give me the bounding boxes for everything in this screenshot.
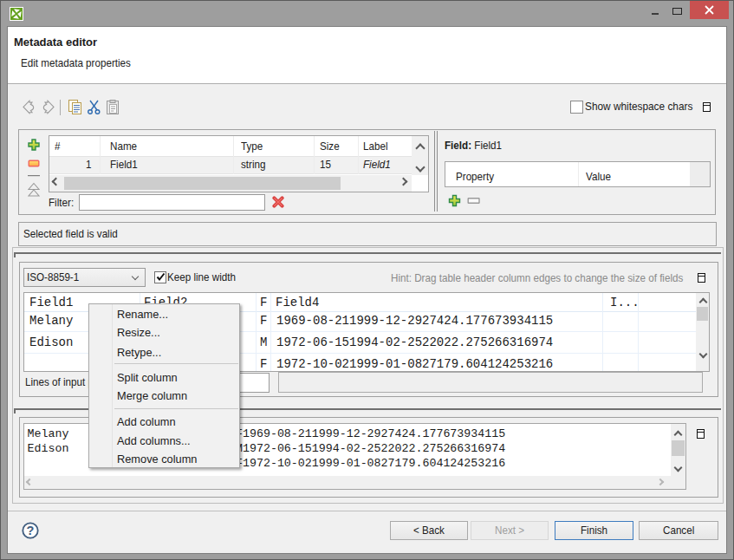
- svg-text:?: ?: [27, 524, 35, 537]
